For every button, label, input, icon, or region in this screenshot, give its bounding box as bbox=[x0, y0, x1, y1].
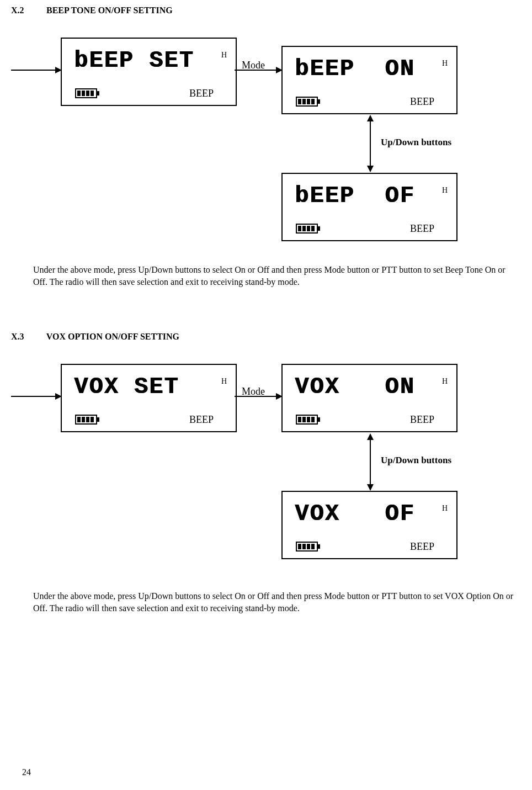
arrow-mode-icon bbox=[235, 396, 281, 397]
lcd-beep-label: BEEP bbox=[189, 414, 214, 426]
lcd-h-indicator: H bbox=[221, 51, 227, 60]
section1-number: X.2 bbox=[11, 6, 44, 15]
battery-icon bbox=[75, 88, 97, 98]
arrow-updown-icon bbox=[370, 434, 371, 490]
updown-label: Up/Down buttons bbox=[381, 455, 451, 466]
lcd-h-indicator: H bbox=[442, 377, 448, 386]
page: X.2 BEEP TONE ON/OFF SETTING bEEP SET H … bbox=[11, 6, 521, 778]
page-number: 24 bbox=[22, 767, 31, 777]
section2-body: Under the above mode, press Up/Down butt… bbox=[33, 590, 519, 614]
section2-title: VOX OPTION ON/OFF SETTING bbox=[46, 332, 179, 341]
arrow-mode-icon bbox=[235, 70, 281, 71]
section1-heading: X.2 BEEP TONE ON/OFF SETTING bbox=[11, 6, 521, 15]
lcd-beep-on: bEEP ON H BEEP bbox=[281, 46, 457, 114]
battery-icon bbox=[296, 97, 318, 107]
lcd-beep-off: bEEP OF H BEEP bbox=[281, 173, 457, 241]
lcd-beep-label: BEEP bbox=[410, 96, 434, 108]
lcd-h-indicator: H bbox=[221, 377, 227, 386]
lcd-vox-on: VOX ON H BEEP bbox=[281, 364, 457, 432]
lcd-beep-label: BEEP bbox=[410, 223, 434, 235]
battery-icon bbox=[296, 415, 318, 425]
lcd-main-text: bEEP OF bbox=[295, 183, 415, 209]
section1-body: Under the above mode, press Up/Down butt… bbox=[33, 264, 519, 288]
section1-title: BEEP TONE ON/OFF SETTING bbox=[46, 6, 173, 15]
lcd-h-indicator: H bbox=[442, 59, 448, 68]
section1-diagram: bEEP SET H BEEP Mode bEEP ON H BEEP Up/D… bbox=[11, 38, 521, 264]
lcd-vox-off: VOX OF H BEEP bbox=[281, 491, 457, 559]
section2-heading: X.3 VOX OPTION ON/OFF SETTING bbox=[11, 332, 521, 342]
updown-label: Up/Down buttons bbox=[381, 137, 451, 148]
lcd-vox-set: VOX SET H BEEP bbox=[61, 364, 237, 432]
section2-number: X.3 bbox=[11, 332, 44, 342]
lcd-beep-set: bEEP SET H BEEP bbox=[61, 38, 237, 106]
lcd-h-indicator: H bbox=[442, 186, 448, 195]
lcd-main-text: VOX OF bbox=[295, 501, 415, 527]
lcd-main-text: bEEP ON bbox=[295, 56, 415, 82]
battery-icon bbox=[296, 542, 318, 552]
arrow-entry-icon bbox=[11, 70, 61, 71]
lcd-main-text: VOX ON bbox=[295, 374, 415, 400]
lcd-beep-label: BEEP bbox=[410, 541, 434, 553]
battery-icon bbox=[75, 415, 97, 425]
lcd-main-text: VOX SET bbox=[74, 374, 179, 400]
lcd-beep-label: BEEP bbox=[189, 88, 214, 99]
arrow-entry-icon bbox=[11, 396, 61, 397]
battery-icon bbox=[296, 224, 318, 234]
lcd-beep-label: BEEP bbox=[410, 414, 434, 426]
lcd-main-text: bEEP SET bbox=[74, 47, 194, 74]
arrow-updown-icon bbox=[370, 116, 371, 171]
lcd-h-indicator: H bbox=[442, 504, 448, 513]
section2-diagram: VOX SET H BEEP Mode VOX ON H BEEP Up/Dow… bbox=[11, 364, 521, 590]
